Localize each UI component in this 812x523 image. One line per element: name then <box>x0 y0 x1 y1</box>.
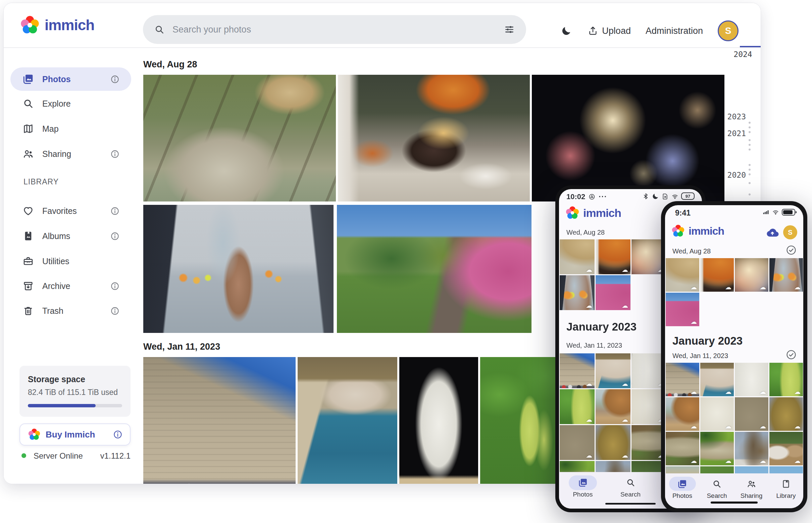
photos-icon <box>23 74 34 85</box>
photo-thumb-fireworks[interactable] <box>735 258 768 292</box>
search-bar[interactable] <box>143 15 526 44</box>
nav-item-library[interactable]: Library <box>769 473 803 508</box>
photo-thumb-berries[interactable] <box>560 389 594 424</box>
immich-brand[interactable]: immich <box>20 16 94 35</box>
archive-icon <box>23 281 34 291</box>
photo-thumb-dinner[interactable] <box>595 239 630 274</box>
upload-button[interactable]: Upload <box>588 26 631 36</box>
nav-item-photos[interactable]: Photos <box>559 472 607 509</box>
timeline-year-2023[interactable]: 2023 <box>722 112 746 121</box>
photo-thumb-bust[interactable] <box>735 363 768 396</box>
status-more-icon: ··· <box>599 193 607 201</box>
search-icon <box>626 478 635 487</box>
photo-fireworks[interactable] <box>532 75 724 201</box>
photo-holding-hands[interactable] <box>143 205 333 333</box>
photo-marble-bust[interactable] <box>399 357 478 484</box>
photo-thumb-autumn[interactable] <box>595 275 630 310</box>
search-filter-icon[interactable] <box>504 24 515 35</box>
photo-autumn-dinner[interactable] <box>338 75 530 201</box>
phone-mockup-ios: 9:41 immich S Wed, Aug 28 <box>661 201 807 512</box>
sidebar-item-explore[interactable]: Explore <box>11 92 131 115</box>
theme-toggle-button[interactable] <box>560 24 573 38</box>
immich-logo-icon <box>672 224 685 237</box>
photo-thumb-hands[interactable] <box>560 275 594 310</box>
home-indicator[interactable] <box>605 503 656 505</box>
info-icon[interactable] <box>110 75 119 84</box>
sidebar-item-map[interactable]: Map <box>11 117 131 141</box>
sidebar-item-label: Albums <box>42 231 70 241</box>
photo-thumb-beach[interactable] <box>595 389 630 424</box>
sidebar-item-label: Map <box>42 124 59 134</box>
photo-thumb-village[interactable] <box>770 432 803 465</box>
timeline-year-2024[interactable]: 2024 <box>725 50 761 59</box>
select-all-icon[interactable] <box>786 245 797 255</box>
timeline-year-2021[interactable]: 2021 <box>722 129 746 138</box>
search-input[interactable] <box>165 24 504 35</box>
photo-thumb-coastal[interactable] <box>700 363 734 396</box>
photo-thumb-ruins[interactable] <box>735 397 768 431</box>
photo-thumb-ornate[interactable] <box>595 425 630 460</box>
info-icon[interactable] <box>110 206 119 216</box>
info-icon[interactable] <box>110 149 119 159</box>
buy-immich-button[interactable]: Buy Immich <box>19 423 131 446</box>
photo-thumb-beach[interactable] <box>666 397 699 431</box>
immich-wordmark: immich <box>689 225 724 237</box>
nav-item-photos[interactable]: Photos <box>665 473 699 508</box>
photo-coastal-town[interactable] <box>298 357 397 484</box>
immich-wordmark: immich <box>583 206 621 220</box>
header-actions: Upload Administration S <box>560 20 739 41</box>
server-online-dot <box>21 453 26 458</box>
photo-thumb-fortress[interactable] <box>560 353 594 388</box>
user-avatar[interactable]: S <box>783 225 797 239</box>
photo-thumb-ruins[interactable] <box>560 425 594 460</box>
photos-icon <box>578 478 588 487</box>
photo-thumb-monkeys[interactable] <box>666 258 699 292</box>
photo-thumb-coastal[interactable] <box>595 353 630 388</box>
search-icon <box>154 24 165 35</box>
sidebar-item-trash[interactable]: Trash <box>11 299 131 323</box>
month-header: January 2023 <box>566 321 637 333</box>
sidebar-item-favorites[interactable]: Favorites <box>11 199 131 222</box>
sharing-icon <box>23 148 34 159</box>
nav-label: Search <box>707 492 727 500</box>
photo-thumb-lizard[interactable] <box>666 432 699 465</box>
library-icon <box>781 480 791 488</box>
info-icon[interactable] <box>110 282 119 291</box>
photo-thumb-whiterock[interactable] <box>700 397 734 431</box>
buy-immich-label: Buy Immich <box>46 430 95 440</box>
photo-fortress-wall[interactable] <box>143 357 296 484</box>
photo-thumb-winter-church[interactable] <box>735 432 768 465</box>
sidebar-item-sharing[interactable]: Sharing <box>11 142 131 166</box>
photo-sea-grapes[interactable] <box>480 357 560 484</box>
home-indicator[interactable] <box>711 502 758 504</box>
photo-monkeys-zoo[interactable] <box>143 75 336 201</box>
sidebar-item-label: Utilities <box>42 256 69 266</box>
photo-thumb-ornate[interactable] <box>770 397 803 431</box>
info-icon[interactable] <box>113 430 122 439</box>
phone-bezel: 9:41 immich S Wed, Aug 28 <box>661 201 807 512</box>
photo-thumb-autumn[interactable] <box>666 293 699 326</box>
battery-icon <box>782 209 795 216</box>
timeline-tick <box>748 122 750 124</box>
photo-thumb-fortress[interactable] <box>666 363 699 396</box>
photo-thumb-monkeys[interactable] <box>560 239 594 274</box>
select-all-icon[interactable] <box>786 349 797 360</box>
sidebar-item-albums[interactable]: Albums <box>11 224 131 248</box>
photo-thumb-dinner[interactable] <box>700 258 734 292</box>
sim-missing-icon <box>662 193 669 200</box>
timeline-tick <box>748 144 750 146</box>
info-icon[interactable] <box>110 306 119 315</box>
sidebar-item-photos[interactable]: Photos <box>11 67 131 91</box>
photo-autumn-path[interactable] <box>337 205 532 333</box>
cloud-backup-icon[interactable] <box>766 226 779 239</box>
photo-thumb-hands[interactable] <box>770 258 803 292</box>
photo-thumb-berries[interactable] <box>770 363 803 396</box>
administration-link[interactable]: Administration <box>645 26 703 36</box>
photo-thumb-lizard-moss[interactable] <box>700 432 734 465</box>
info-icon[interactable] <box>110 232 119 241</box>
user-avatar[interactable]: S <box>718 20 739 41</box>
sidebar-item-utilities[interactable]: Utilities <box>11 249 131 273</box>
search-icon <box>712 480 721 488</box>
timeline-year-2020[interactable]: 2020 <box>722 170 746 179</box>
sidebar-item-archive[interactable]: Archive <box>11 274 131 298</box>
